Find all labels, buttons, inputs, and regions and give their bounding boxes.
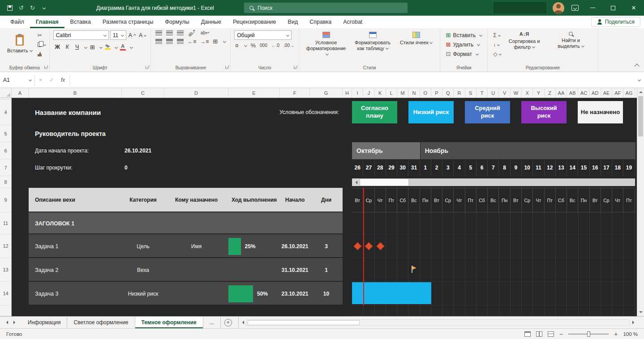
sheet-nav-left-icon[interactable]: [4, 321, 8, 324]
scroll-step-value-cell[interactable]: 0: [122, 159, 164, 176]
day-number-cell[interactable]: 7: [488, 159, 499, 176]
align-right-icon[interactable]: [177, 39, 184, 44]
column-header-A[interactable]: A: [12, 88, 29, 97]
italic-button[interactable]: К: [63, 42, 72, 51]
decrease-decimal-icon[interactable]: .00→: [283, 43, 294, 48]
zoom-slider[interactable]: [568, 334, 609, 335]
column-header-AD[interactable]: AD: [590, 88, 601, 97]
column-header-AB[interactable]: AB: [567, 88, 578, 97]
ribbon-display-options-button[interactable]: [571, 5, 579, 11]
collapse-ribbon-icon[interactable]: [634, 64, 639, 68]
sort-filter-button[interactable]: А↓Я Сортировка и фильтр: [501, 30, 548, 57]
column-header-AG[interactable]: AG: [623, 88, 635, 97]
column-header-AA[interactable]: AA: [556, 88, 567, 97]
column-header-AE[interactable]: AE: [601, 88, 612, 97]
legend-badge[interactable]: Высокий риск: [521, 101, 567, 123]
comma-style-button[interactable]: 000: [260, 43, 267, 48]
borders-button[interactable]: ⊞: [88, 42, 97, 51]
legend-badge[interactable]: Низкий риск: [408, 101, 454, 123]
row-header-12[interactable]: 12: [0, 234, 11, 258]
task-start-cell[interactable]: 23.10.2021: [280, 282, 310, 305]
weekday-cell[interactable]: Вс: [488, 188, 499, 212]
sheet-tab-info[interactable]: Информация: [21, 317, 67, 328]
close-button[interactable]: ×: [623, 0, 644, 16]
vertical-scrollbar[interactable]: [637, 88, 644, 316]
horizontal-scroll-thumb[interactable]: [248, 320, 360, 325]
weekday-cell[interactable]: Вс: [408, 188, 420, 212]
column-header-Y[interactable]: Y: [533, 88, 544, 97]
day-number-cell[interactable]: 12: [545, 159, 556, 176]
ribbon-tab[interactable]: Данные: [195, 16, 227, 28]
new-sheet-button[interactable]: +: [224, 319, 232, 326]
align-middle-icon[interactable]: [166, 30, 173, 35]
header-category[interactable]: Категория: [122, 188, 164, 212]
column-header-X[interactable]: X: [522, 88, 533, 97]
cell-styles-button[interactable]: Стили ячеек: [396, 30, 436, 59]
company-name-cell[interactable]: Название компании: [29, 99, 279, 125]
row-header-14[interactable]: 14: [0, 282, 11, 305]
weekday-cell[interactable]: Сб: [477, 188, 488, 212]
task-assignee-cell[interactable]: [164, 258, 228, 282]
column-header-N[interactable]: N: [408, 88, 420, 97]
font-color-button[interactable]: А: [119, 42, 127, 51]
weekday-cell[interactable]: Ср: [601, 188, 612, 212]
weekday-cell[interactable]: Вс: [567, 188, 578, 212]
task-name-cell[interactable]: Задача 3: [29, 282, 122, 305]
column-header-AF[interactable]: AF: [612, 88, 623, 97]
zoom-out-button[interactable]: −: [559, 331, 563, 338]
scroll-down-button[interactable]: [637, 309, 644, 316]
weekday-cell[interactable]: Пт: [465, 188, 477, 212]
sheet-tab-light-theme[interactable]: Светлое оформление: [67, 317, 135, 328]
task-days-cell[interactable]: 3: [310, 234, 343, 258]
task-name-cell[interactable]: Задача 1: [29, 234, 122, 258]
day-number-cell[interactable]: 17: [601, 159, 612, 176]
gantt-task-row[interactable]: [352, 258, 635, 282]
column-header-AC[interactable]: AC: [578, 88, 589, 97]
scroll-right-button[interactable]: [632, 321, 636, 324]
day-number-cell[interactable]: 26: [352, 159, 363, 176]
start-date-label-cell[interactable]: Дата начала проекта:: [29, 142, 122, 159]
page-layout-view-button[interactable]: [536, 331, 542, 337]
minimize-button[interactable]: [582, 0, 603, 16]
row-header-9[interactable]: 9: [0, 188, 11, 212]
task-days-cell[interactable]: 1: [310, 258, 343, 282]
ribbon-tab[interactable]: Справка: [304, 16, 337, 28]
format-painter-button[interactable]: [38, 51, 46, 57]
column-header-Z[interactable]: Z: [545, 88, 556, 97]
horizontal-scrollbar[interactable]: [238, 317, 638, 328]
column-header-V[interactable]: V: [499, 88, 510, 97]
dialog-launcher-icon[interactable]: [294, 66, 297, 69]
ribbon-tab[interactable]: Acrobat: [337, 16, 368, 28]
gantt-scroll-track[interactable]: [409, 178, 635, 186]
sheet-nav-right-icon[interactable]: [13, 321, 17, 324]
column-header-K[interactable]: K: [375, 88, 386, 97]
column-header-L[interactable]: L: [386, 88, 397, 97]
day-number-cell[interactable]: 11: [533, 159, 544, 176]
cell-a4[interactable]: [12, 99, 29, 125]
weekday-cell[interactable]: Вт: [511, 188, 522, 212]
select-all-corner[interactable]: [0, 88, 12, 97]
account-area[interactable]: [494, 2, 546, 13]
header-assignee[interactable]: Кому назначено: [164, 188, 228, 212]
name-box[interactable]: A1: [0, 75, 35, 85]
weekday-cell[interactable]: Чт: [533, 188, 544, 212]
maximize-button[interactable]: [603, 0, 623, 16]
column-header-Q[interactable]: Q: [442, 88, 454, 97]
column-header-I[interactable]: I: [352, 88, 363, 97]
column-header-R[interactable]: R: [454, 88, 465, 97]
weekday-cell[interactable]: Пн: [499, 188, 510, 212]
bold-button[interactable]: Ж: [53, 42, 62, 51]
row-header-8[interactable]: 8: [0, 176, 11, 188]
merge-center-icon[interactable]: ⊞: [213, 38, 218, 44]
gantt-scroll-thumb[interactable]: [360, 178, 409, 186]
qat-customize-button[interactable]: [41, 7, 45, 9]
column-header-C[interactable]: C: [122, 88, 164, 97]
task-assignee-cell[interactable]: Имя: [164, 234, 228, 258]
header-progress[interactable]: Ход выполнения: [228, 188, 280, 212]
ribbon-tab[interactable]: Главная: [30, 16, 64, 28]
expand-formula-bar-icon[interactable]: [638, 78, 641, 81]
fill-button[interactable]: ↓: [493, 41, 501, 48]
day-number-cell[interactable]: 31: [408, 159, 420, 176]
day-number-cell[interactable]: 8: [499, 159, 510, 176]
ribbon-tab[interactable]: Вид: [282, 16, 304, 28]
